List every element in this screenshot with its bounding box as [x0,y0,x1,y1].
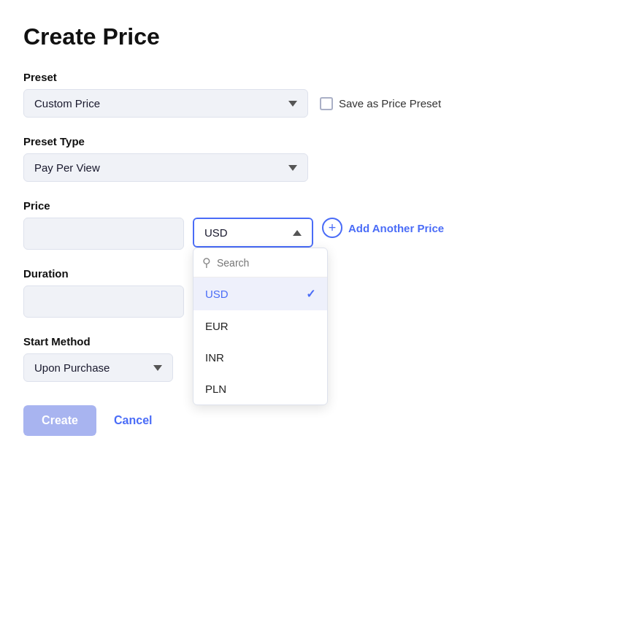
currency-option-usd[interactable]: USD ✓ [193,277,327,310]
price-label: Price [23,199,621,212]
currency-option-pln[interactable]: PLN [193,373,327,405]
currency-options-list: USD ✓ EUR INR PLN [193,277,327,405]
currency-chevron-up-icon [293,230,302,236]
currency-selected-value: USD [204,226,228,239]
price-input-row: USD ⚲ USD ✓ EUR INR [23,218,621,250]
save-preset-label: Save as Price Preset [339,97,441,110]
currency-usd-checkmark: ✓ [306,287,315,301]
add-price-icon: + [322,218,342,238]
preset-section: Preset Custom Price Save as Price Preset [23,71,621,118]
preset-row: Custom Price Save as Price Preset [23,89,621,118]
currency-inr-label: INR [205,351,224,364]
add-price-label: Add Another Price [348,222,444,234]
preset-type-selected-value: Pay Per View [34,161,100,174]
create-button[interactable]: Create [23,405,96,436]
price-input[interactable] [23,218,184,250]
currency-search-row: ⚲ [193,248,327,277]
currency-search-input[interactable] [217,257,318,269]
start-method-dropdown[interactable]: Upon Purchase [23,353,173,382]
preset-label: Preset [23,71,621,83]
search-icon: ⚲ [202,256,211,269]
currency-dropdown-container: USD ⚲ USD ✓ EUR INR [193,218,313,248]
preset-type-chevron-down-icon [288,165,297,171]
page-title: Create Price [23,23,621,50]
currency-eur-label: EUR [205,320,229,332]
preset-selected-value: Custom Price [34,97,100,110]
preset-chevron-down-icon [288,101,297,107]
add-another-price-button[interactable]: + Add Another Price [322,218,444,238]
currency-option-inr[interactable]: INR [193,342,327,373]
cancel-button[interactable]: Cancel [108,405,158,436]
preset-type-dropdown[interactable]: Pay Per View [23,153,308,182]
action-buttons-row: Create Cancel [23,405,621,436]
price-section: Price USD ⚲ USD ✓ E [23,199,621,250]
currency-pln-label: PLN [205,383,226,395]
preset-dropdown[interactable]: Custom Price [23,89,308,118]
currency-usd-label: USD [205,288,229,300]
save-preset-wrapper: Save as Price Preset [320,97,441,110]
duration-input[interactable] [23,285,184,318]
start-method-selected-value: Upon Purchase [34,361,110,374]
start-method-chevron-down-icon [153,365,162,371]
preset-type-section: Preset Type Pay Per View [23,135,621,182]
currency-dropdown-menu: ⚲ USD ✓ EUR INR PLN [193,248,328,405]
save-preset-checkbox[interactable] [320,97,333,110]
preset-type-label: Preset Type [23,135,621,147]
currency-option-eur[interactable]: EUR [193,310,327,342]
currency-selector[interactable]: USD [193,218,313,248]
